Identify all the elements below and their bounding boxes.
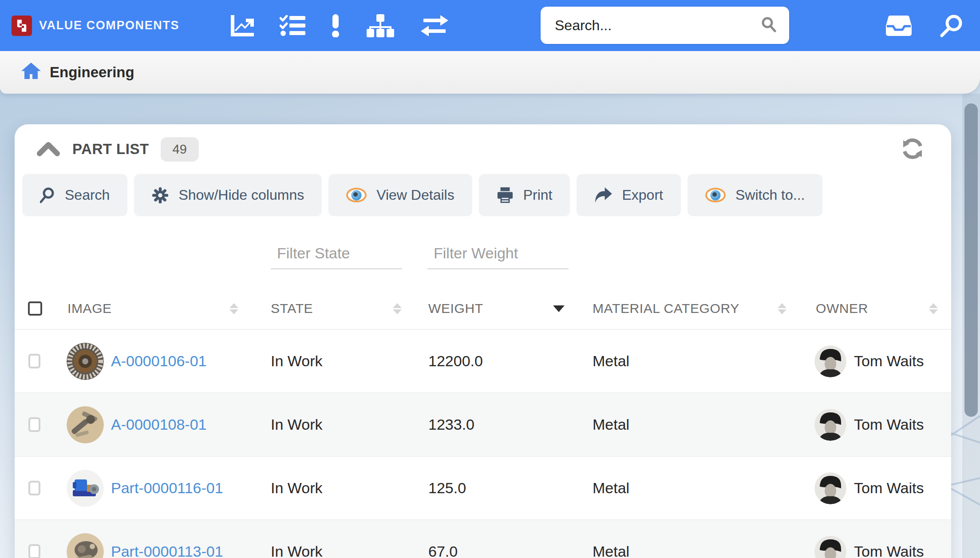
global-search-input[interactable] (554, 17, 761, 34)
part-thumbnail (67, 343, 104, 380)
panel-toolbar: Search (15, 174, 951, 216)
owner-name: Tom Waits (854, 479, 924, 497)
panel-header: PART LIST 49 (15, 124, 951, 174)
state-cell: In Work (255, 479, 415, 497)
main-nav (229, 14, 448, 37)
button-label: View Details (376, 187, 454, 203)
weight-cell: 67.0 (415, 543, 577, 558)
button-label: Show/Hide columns (178, 187, 304, 203)
sort-icon[interactable] (229, 303, 238, 314)
sort-icon[interactable] (929, 303, 938, 314)
chevron-up-icon[interactable] (37, 139, 60, 159)
part-number-link[interactable]: Part-0000113-01 (111, 543, 223, 558)
eye-icon (346, 188, 367, 202)
state-cell: In Work (255, 416, 415, 433)
button-label: Search (65, 187, 110, 203)
button-label: Export (622, 187, 663, 203)
gear-icon (152, 187, 169, 204)
weight-cell: 125.0 (415, 479, 577, 497)
home-icon[interactable] (21, 63, 41, 82)
item-count-badge: 49 (161, 137, 199, 162)
owner-avatar (814, 409, 846, 441)
vertical-scrollbar-thumb[interactable] (964, 103, 978, 417)
print-button[interactable]: Print (479, 174, 570, 216)
row-checkbox[interactable] (28, 354, 40, 368)
part-thumbnail (67, 533, 104, 558)
breadcrumb-item-label: Engineering (50, 64, 134, 81)
refresh-icon[interactable] (900, 136, 925, 162)
weight-cell: 1233.0 (415, 416, 577, 433)
part-number-link[interactable]: A-0000108-01 (111, 416, 207, 433)
sort-icon[interactable] (778, 303, 786, 314)
part-number-link[interactable]: Part-0000116-01 (111, 479, 223, 497)
printer-icon (497, 187, 514, 204)
owner-avatar (814, 472, 846, 504)
eye-icon (705, 188, 726, 202)
column-header-owner[interactable]: OWNER (799, 301, 951, 316)
column-label: OWNER (816, 301, 868, 316)
export-arrow-icon (594, 187, 612, 203)
weight-cell: 12200.0 (415, 352, 577, 370)
button-label: Switch to... (735, 187, 805, 203)
column-header-material-category[interactable]: MATERIAL CATEGORY (577, 301, 799, 316)
sitemap-icon[interactable] (366, 14, 395, 37)
search-icon (40, 187, 55, 203)
owner-name: Tom Waits (854, 352, 924, 370)
state-cell: In Work (255, 352, 415, 370)
switch-to-button[interactable]: Switch to... (688, 174, 823, 216)
view-details-button[interactable]: View Details (328, 174, 472, 216)
table-row[interactable]: Part-0000116-01 In Work 125.0 Metal Tom … (15, 456, 951, 519)
inbox-icon[interactable] (886, 16, 912, 36)
filter-state-input[interactable] (271, 241, 402, 269)
exclamation-icon[interactable] (331, 14, 340, 37)
exchange-arrows-icon[interactable] (421, 15, 448, 36)
row-checkbox[interactable] (28, 544, 40, 558)
search-icon[interactable] (940, 14, 963, 37)
chart-line-icon[interactable] (229, 14, 254, 37)
sort-icon[interactable] (393, 303, 402, 314)
button-label: Print (523, 187, 553, 203)
table-row[interactable]: Part-0000113-01 In Work 67.0 Metal Tom W… (15, 519, 951, 558)
part-thumbnail (67, 406, 104, 443)
breadcrumb[interactable]: Engineering (21, 63, 134, 82)
table-header: IMAGE STATE WEIGHT MATERIAL CATEGORY OWN… (15, 288, 951, 329)
column-header-weight[interactable]: WEIGHT (415, 301, 577, 316)
owner-name: Tom Waits (854, 543, 924, 558)
search-icon[interactable] (761, 16, 777, 34)
material-category-cell: Metal (577, 416, 799, 433)
topbar-tray (886, 0, 963, 51)
export-button[interactable]: Export (577, 174, 680, 216)
column-label: IMAGE (67, 301, 112, 316)
owner-avatar (814, 345, 846, 377)
panel-title: PART LIST (72, 141, 149, 158)
material-category-cell: Metal (577, 543, 799, 558)
table-row[interactable]: A-0000106-01 In Work 12200.0 Metal Tom W… (15, 329, 951, 392)
brand-logo-icon[interactable] (12, 16, 32, 36)
state-cell: In Work (255, 543, 415, 558)
row-checkbox[interactable] (28, 481, 40, 495)
brand-name: VALUE COMPONENTS (39, 19, 179, 32)
row-checkbox[interactable] (28, 417, 40, 432)
owner-avatar (814, 536, 846, 558)
filter-weight-input[interactable] (427, 241, 569, 269)
owner-name: Tom Waits (854, 416, 924, 433)
column-header-image[interactable]: IMAGE (53, 301, 255, 316)
breadcrumb-bar: Engineering (0, 51, 980, 94)
filter-row (15, 239, 951, 271)
part-thumbnail (67, 470, 104, 507)
column-label: STATE (271, 301, 313, 316)
part-number-link[interactable]: A-0000106-01 (111, 352, 207, 370)
sort-desc-icon[interactable] (553, 305, 565, 312)
column-label: MATERIAL CATEGORY (593, 301, 739, 316)
show-hide-columns-button[interactable]: Show/Hide columns (134, 174, 322, 216)
part-list-panel: PART LIST 49 Search (15, 124, 951, 558)
tasks-checklist-icon[interactable] (280, 15, 305, 36)
vertical-scrollbar[interactable] (962, 94, 980, 558)
global-search-box (541, 7, 789, 44)
select-all-checkbox[interactable] (28, 301, 42, 316)
table-row[interactable]: A-0000108-01 In Work 1233.0 Metal Tom Wa… (15, 392, 951, 456)
material-category-cell: Metal (577, 479, 799, 497)
search-button[interactable]: Search (22, 174, 127, 216)
top-bar: VALUE COMPONENTS (0, 0, 980, 51)
column-header-state[interactable]: STATE (255, 301, 415, 316)
